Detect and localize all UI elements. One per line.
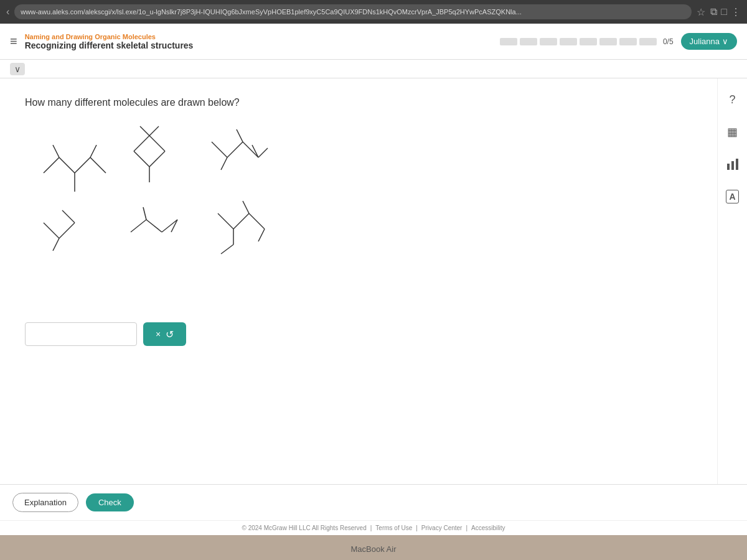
bottom-bar: Explanation Check — [0, 484, 747, 520]
user-menu-button[interactable]: Julianna ∨ — [681, 33, 737, 50]
macbook-text: MacBook Air — [351, 544, 397, 554]
svg-line-2 — [75, 157, 90, 173]
svg-line-21 — [44, 223, 59, 238]
svg-line-30 — [218, 213, 233, 229]
footer-accessibility-link[interactable]: Accessibility — [471, 525, 505, 531]
browser-bar: ‹ www-awu.aleks.com/alekscgi/x/lsl.exe/1… — [0, 0, 747, 24]
svg-line-25 — [131, 220, 146, 232]
footer-terms-link[interactable]: Terms of Use — [375, 525, 412, 531]
clear-icon: × — [156, 329, 161, 339]
help-icon: ? — [729, 93, 735, 106]
svg-line-31 — [233, 213, 249, 229]
user-chevron-icon: ∨ — [722, 37, 728, 46]
svg-line-15 — [227, 142, 243, 157]
content-area: How many different molecules are drawn b… — [0, 78, 747, 484]
nav-title: Recognizing different skeletal structure… — [25, 40, 194, 50]
browser-extensions-icon[interactable]: ⧉ — [710, 6, 717, 17]
svg-line-34 — [243, 201, 249, 213]
svg-rect-38 — [731, 161, 734, 170]
footer-separator-3: | — [466, 525, 467, 531]
answer-input[interactable] — [25, 322, 137, 346]
svg-line-28 — [171, 220, 177, 232]
question-panel: How many different molecules are drawn b… — [0, 78, 717, 484]
answer-row: × ↺ — [25, 322, 692, 346]
progress-bar: 0/5 — [500, 37, 674, 46]
browser-url-bar: www-awu.aleks.com/alekscgi/x/lsl.exe/1o_… — [14, 4, 692, 19]
progress-segment-4 — [560, 38, 577, 45]
progress-segment-1 — [500, 38, 517, 45]
footer-separator-2: | — [416, 525, 418, 531]
progress-segment-3 — [540, 38, 557, 45]
top-nav: ≡ Naming and Drawing Organic Molecules R… — [0, 24, 747, 60]
svg-line-23 — [62, 210, 75, 223]
svg-line-3 — [90, 157, 106, 173]
footer-privacy-link[interactable]: Privacy Center — [421, 525, 463, 531]
svg-line-0 — [44, 157, 59, 173]
svg-line-16 — [243, 142, 258, 157]
svg-line-24 — [53, 238, 59, 251]
progress-segment-5 — [580, 38, 597, 45]
explanation-button[interactable]: Explanation — [12, 493, 78, 512]
table-tool[interactable]: ▦ — [721, 121, 744, 143]
check-button[interactable]: Check — [86, 493, 134, 511]
svg-line-20 — [258, 148, 268, 157]
svg-line-14 — [212, 142, 227, 157]
progress-segment-6 — [599, 38, 617, 45]
accessibility-icon: A — [726, 190, 738, 203]
question-text: How many different molecules are drawn b… — [25, 97, 692, 108]
svg-line-17 — [252, 145, 258, 157]
svg-rect-37 — [727, 164, 730, 170]
svg-line-9 — [149, 136, 165, 151]
svg-rect-39 — [736, 159, 738, 170]
table-icon: ▦ — [727, 125, 738, 139]
progress-segment-7 — [619, 38, 637, 45]
progress-segment-8 — [639, 38, 657, 45]
chart-tool[interactable] — [721, 153, 744, 175]
hamburger-button[interactable]: ≡ — [10, 34, 17, 49]
collapse-button[interactable]: ∨ — [10, 63, 25, 75]
browser-profile-icon[interactable]: □ — [721, 6, 727, 17]
molecule-area — [25, 123, 336, 297]
svg-line-19 — [237, 129, 243, 142]
help-tool[interactable]: ? — [721, 88, 744, 111]
nav-title-block: Naming and Drawing Organic Molecules Rec… — [25, 33, 194, 50]
nav-subtitle: Naming and Drawing Organic Molecules — [25, 33, 194, 40]
undo-icon: ↺ — [166, 329, 174, 340]
progress-text: 0/5 — [663, 37, 674, 46]
svg-line-8 — [149, 151, 165, 167]
user-label: Julianna — [690, 37, 720, 46]
app-container: ≡ Naming and Drawing Organic Molecules R… — [0, 24, 747, 535]
svg-line-29 — [143, 207, 146, 220]
svg-line-10 — [134, 136, 149, 151]
svg-line-7 — [134, 151, 149, 167]
svg-line-22 — [59, 223, 75, 238]
browser-url-text: www-awu.aleks.com/alekscgi/x/lsl.exe/1o_… — [21, 8, 521, 16]
browser-back-button[interactable]: ‹ — [6, 6, 9, 17]
chart-icon — [726, 157, 740, 171]
svg-line-27 — [162, 220, 177, 232]
svg-line-5 — [53, 145, 59, 157]
svg-line-36 — [221, 245, 233, 254]
accessibility-tool[interactable]: A — [721, 185, 744, 208]
svg-line-12 — [140, 126, 149, 136]
browser-star-icon[interactable]: ☆ — [697, 6, 705, 18]
footer-copyright: © 2024 McGraw Hill LLC All Rights Reserv… — [242, 525, 366, 531]
collapse-row: ∨ — [0, 60, 747, 78]
browser-menu-icon[interactable]: ⋮ — [731, 6, 741, 18]
svg-line-1 — [59, 157, 75, 173]
svg-line-32 — [249, 213, 265, 229]
footer: © 2024 McGraw Hill LLC All Rights Reserv… — [0, 520, 747, 535]
svg-line-33 — [258, 229, 265, 241]
macbook-label: MacBook Air — [0, 535, 747, 560]
browser-icons: ⧉ □ ⋮ — [710, 6, 741, 18]
svg-line-26 — [146, 220, 162, 232]
molecule-svg — [25, 123, 336, 297]
svg-line-13 — [149, 126, 159, 136]
svg-line-18 — [221, 157, 227, 170]
progress-segment-2 — [520, 38, 537, 45]
footer-separator-1: | — [370, 525, 372, 531]
right-sidebar: ? ▦ A — [717, 78, 747, 484]
svg-line-6 — [90, 145, 96, 157]
clear-undo-button[interactable]: × ↺ — [143, 322, 186, 346]
